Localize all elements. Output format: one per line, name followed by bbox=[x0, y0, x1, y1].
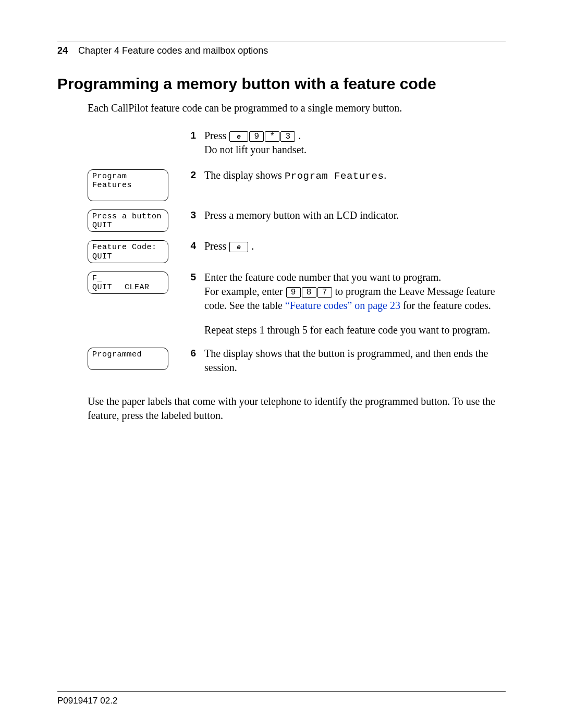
key-3: 3 bbox=[280, 131, 295, 142]
chapter-title bbox=[70, 45, 78, 56]
page: 24 Chapter 4 Feature codes and mailbox o… bbox=[0, 0, 563, 728]
document-id: P0919417 02.2 bbox=[57, 696, 117, 706]
cross-reference-link[interactable]: “Feature codes” on page 23 bbox=[285, 300, 400, 311]
lcd-line: Programmed bbox=[92, 350, 164, 359]
key-star: * bbox=[265, 131, 279, 142]
text-fragment: Do not lift your handset. bbox=[204, 144, 307, 155]
lcd-col: Press a button QUIT bbox=[88, 208, 181, 232]
lcd-softkey: QUIT bbox=[92, 221, 112, 230]
closing-paragraph: Use the paper labels that come with your… bbox=[88, 394, 506, 423]
lcd-softkey: CLEAR bbox=[125, 283, 150, 292]
step-number: 1 bbox=[181, 129, 196, 141]
step-row: 1 Press e9*3 . Do not lift your handset. bbox=[88, 129, 506, 157]
step-text: Press e9*3 . Do not lift your handset. bbox=[196, 129, 506, 157]
spacer bbox=[204, 313, 506, 323]
step-number: 5 bbox=[181, 270, 196, 283]
text-fragment: . bbox=[384, 169, 386, 181]
lcd-line: Feature Code: bbox=[92, 243, 164, 252]
text-fragment: . bbox=[249, 240, 254, 252]
chapter-text: Chapter 4 Feature codes and mailbox opti… bbox=[78, 45, 268, 56]
mono-text: Program Features bbox=[285, 170, 384, 182]
key-9: 9 bbox=[249, 131, 264, 142]
step-row: Feature Code: QUIT 4 Press e . bbox=[88, 239, 506, 263]
lcd-col: Programmed bbox=[88, 347, 181, 371]
lcd-display: Program Features bbox=[88, 169, 168, 201]
lcd-col: Program Features bbox=[88, 168, 181, 201]
lcd-display: F_ QUIT CLEAR bbox=[88, 272, 168, 294]
text-fragment: . bbox=[296, 130, 301, 141]
text-fragment: Press bbox=[204, 130, 229, 141]
lcd-line: QUIT CLEAR bbox=[92, 283, 164, 292]
bottom-rule bbox=[57, 691, 506, 692]
step-row: Press a button QUIT 3 Press a memory but… bbox=[88, 208, 506, 232]
lcd-line bbox=[92, 190, 164, 199]
top-rule bbox=[57, 42, 506, 42]
step-number: 3 bbox=[181, 208, 196, 221]
text-fragment: Repeat steps 1 through 5 for each featur… bbox=[204, 324, 490, 336]
step-text: Press a memory button with an LCD indica… bbox=[196, 208, 506, 223]
section-title: Programming a memory button with a featu… bbox=[57, 75, 506, 93]
lcd-placeholder bbox=[88, 129, 181, 130]
step-number: 2 bbox=[181, 168, 196, 181]
lcd-softkey: QUIT bbox=[92, 252, 112, 261]
text-fragment: for the feature codes. bbox=[400, 300, 491, 311]
lcd-col: F_ QUIT CLEAR bbox=[88, 270, 181, 294]
feature-key-icon: e bbox=[229, 242, 248, 252]
text-fragment: Press bbox=[204, 240, 229, 252]
key-9: 9 bbox=[286, 287, 301, 298]
step-row: Programmed 6 The display shows that the … bbox=[88, 347, 506, 375]
page-number: 24 bbox=[57, 45, 68, 56]
intro-paragraph: Each CallPilot feature code can be progr… bbox=[88, 102, 506, 114]
step-number: 6 bbox=[181, 347, 196, 359]
step-text: Press e . bbox=[196, 239, 506, 253]
lcd-col: Feature Code: QUIT bbox=[88, 239, 181, 263]
step-number: 4 bbox=[181, 239, 196, 252]
step-text: Enter the feature code number that you w… bbox=[196, 270, 506, 337]
lcd-line: F_ bbox=[92, 274, 164, 283]
lcd-softkey: QUIT bbox=[92, 283, 112, 292]
lcd-display: Programmed bbox=[88, 348, 168, 371]
lcd-line: Program Features bbox=[92, 172, 164, 190]
lcd-line: QUIT bbox=[92, 252, 164, 261]
key-7: 7 bbox=[317, 287, 332, 298]
lcd-line: Press a button bbox=[92, 212, 164, 221]
lcd-display: Feature Code: QUIT bbox=[88, 240, 168, 263]
key-8: 8 bbox=[302, 287, 316, 298]
text-fragment: Enter the feature code number that you w… bbox=[204, 272, 441, 283]
text-fragment: The display shows bbox=[204, 169, 285, 181]
step-text: The display shows Program Features. bbox=[196, 168, 506, 183]
feature-key-icon: e bbox=[229, 131, 248, 142]
step-row: F_ QUIT CLEAR 5 Enter the feature code n… bbox=[88, 270, 506, 337]
step-text: The display shows that the button is pro… bbox=[196, 347, 506, 375]
lcd-line bbox=[92, 359, 164, 368]
running-header: 24 Chapter 4 Feature codes and mailbox o… bbox=[57, 45, 506, 56]
steps-block: 1 Press e9*3 . Do not lift your handset.… bbox=[88, 129, 506, 375]
lcd-display: Press a button QUIT bbox=[88, 209, 168, 232]
text-fragment: For example, enter bbox=[204, 286, 286, 297]
step-row: Program Features 2 The display shows Pro… bbox=[88, 168, 506, 201]
lcd-line: QUIT bbox=[92, 221, 164, 230]
